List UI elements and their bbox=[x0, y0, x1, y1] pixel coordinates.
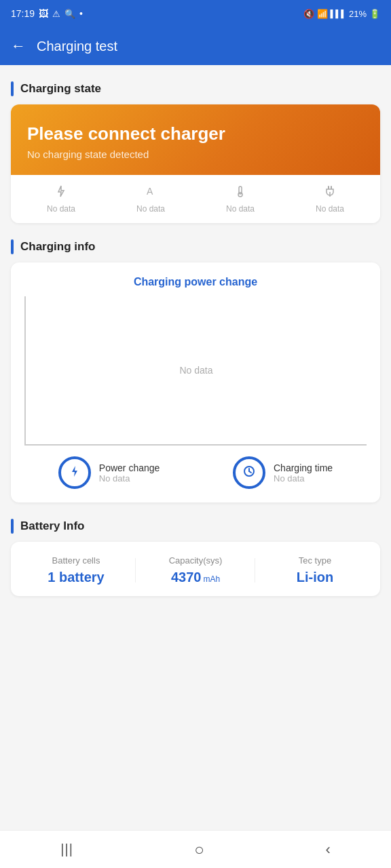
status-left: 17:19 🖼 ⚠ 🔍 • bbox=[11, 8, 83, 19]
battery-info-header: Battery Info bbox=[11, 519, 380, 534]
metric-current: A No data bbox=[136, 184, 165, 214]
temp-value: No data bbox=[226, 204, 255, 214]
charging-time-text: Charging time No data bbox=[274, 462, 333, 484]
nav-recent-apps[interactable]: ||| bbox=[60, 842, 73, 857]
wifi-icon: 📶 bbox=[317, 9, 328, 19]
battery-info-card: Battery cells 1 battery Capacity(sys) 43… bbox=[11, 542, 380, 596]
battery-tec-value: Li-ion bbox=[297, 570, 333, 585]
battery-percent: 21% bbox=[349, 9, 367, 19]
battery-capacity-unit: mAh bbox=[203, 574, 220, 584]
svg-marker-7 bbox=[72, 466, 77, 477]
charger-banner-subtitle: No charging state detected bbox=[27, 149, 364, 160]
clock-icon bbox=[242, 464, 257, 481]
chart-title: Charging power change bbox=[22, 276, 369, 288]
battery-capacity-metric: Capacity(sys) 4370 mAh bbox=[136, 555, 255, 585]
nav-bar: ||| ○ ‹ bbox=[0, 830, 391, 868]
metric-plug: No data bbox=[316, 184, 344, 214]
voltage-icon bbox=[54, 184, 68, 201]
plug-value: No data bbox=[316, 204, 344, 214]
lightning-icon bbox=[68, 465, 81, 481]
status-right: 🔇 📶 ▌▌▌ 21% 🔋 bbox=[303, 9, 380, 19]
battery-metrics: Battery cells 1 battery Capacity(sys) 43… bbox=[11, 542, 380, 596]
charging-state-title: Charging state bbox=[20, 82, 101, 96]
current-icon: A bbox=[144, 184, 157, 201]
battery-capacity-label: Capacity(sys) bbox=[169, 555, 223, 566]
charging-time-label: Charging time bbox=[274, 462, 333, 473]
power-change-circle bbox=[58, 456, 91, 489]
charging-state-card: Please connect charger No charging state… bbox=[11, 104, 380, 223]
mute-icon: 🔇 bbox=[303, 9, 314, 19]
power-change-stat: Power change No data bbox=[58, 456, 160, 489]
metric-temp: No data bbox=[226, 184, 255, 214]
top-bar: ← Charging test bbox=[0, 27, 391, 65]
battery-cells-label: Battery cells bbox=[52, 555, 100, 566]
charging-info-title: Charging info bbox=[20, 240, 95, 254]
photo-icon: 🖼 bbox=[39, 8, 48, 19]
charging-info-card: Charging power change No data Power chan… bbox=[11, 262, 380, 502]
charger-banner-title: Please connect charger bbox=[27, 123, 364, 144]
charging-time-stat: Charging time No data bbox=[233, 456, 333, 489]
signal-icon: ▌▌▌ bbox=[331, 9, 346, 18]
alert-icon: ⚠ bbox=[52, 9, 60, 19]
power-change-label: Power change bbox=[99, 462, 160, 473]
charging-metrics: No data A No data No data bbox=[11, 175, 380, 223]
main-content: Charging state Please connect charger No… bbox=[0, 65, 391, 607]
chart-no-data: No data bbox=[179, 365, 212, 376]
chart-area: No data bbox=[24, 296, 367, 446]
nav-home[interactable]: ○ bbox=[194, 840, 204, 859]
battery-info-section-bar bbox=[11, 519, 14, 534]
charging-time-value: No data bbox=[274, 473, 333, 484]
voltage-value: No data bbox=[47, 204, 75, 214]
svg-point-3 bbox=[238, 193, 242, 197]
battery-info-title: Battery Info bbox=[20, 519, 84, 533]
current-value: No data bbox=[136, 204, 165, 214]
battery-capacity-value: 4370 bbox=[171, 570, 202, 585]
time: 17:19 bbox=[11, 8, 35, 19]
metric-voltage: No data bbox=[47, 184, 75, 214]
chart-stats: Power change No data Charging time bbox=[22, 456, 369, 489]
temp-icon bbox=[234, 184, 247, 201]
page-title: Charging test bbox=[37, 39, 117, 54]
charging-time-circle bbox=[233, 456, 265, 489]
charger-banner: Please connect charger No charging state… bbox=[11, 104, 380, 175]
charging-info-section-bar bbox=[11, 239, 14, 254]
back-button[interactable]: ← bbox=[11, 37, 26, 55]
power-change-value: No data bbox=[99, 473, 160, 484]
svg-line-10 bbox=[249, 471, 251, 473]
section-bar bbox=[11, 81, 14, 96]
battery-tec-label: Tec type bbox=[299, 555, 331, 566]
search-icon: 🔍 bbox=[64, 9, 75, 19]
nav-back[interactable]: ‹ bbox=[325, 841, 330, 859]
battery-cells-value: 1 battery bbox=[48, 570, 104, 585]
dot-icon: • bbox=[79, 8, 83, 19]
charging-state-header: Charging state bbox=[11, 81, 380, 96]
status-bar: 17:19 🖼 ⚠ 🔍 • 🔇 📶 ▌▌▌ 21% 🔋 bbox=[0, 0, 391, 27]
battery-icon: 🔋 bbox=[369, 9, 380, 19]
charging-info-header: Charging info bbox=[11, 239, 380, 254]
battery-tec-metric: Tec type Li-ion bbox=[255, 555, 375, 585]
power-change-text: Power change No data bbox=[99, 462, 160, 484]
svg-text:A: A bbox=[147, 186, 153, 197]
battery-cells-metric: Battery cells 1 battery bbox=[16, 555, 136, 585]
plug-icon bbox=[323, 184, 337, 201]
svg-marker-0 bbox=[58, 186, 64, 197]
